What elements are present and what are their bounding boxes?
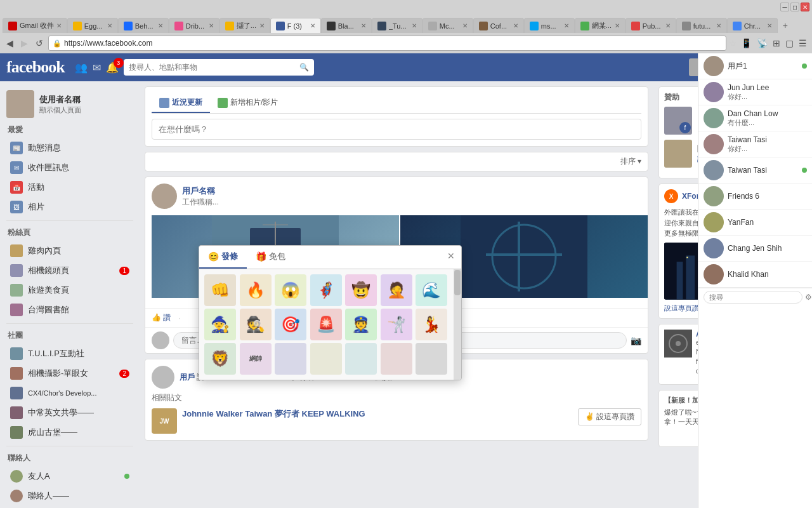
sidebar-item-page4[interactable]: 台灣圖書館 bbox=[3, 300, 137, 319]
jw-like-button[interactable]: ✌ 設這專頁讚 bbox=[578, 408, 641, 425]
tab-mc[interactable]: Mc... ✕ bbox=[422, 18, 473, 33]
tab-pub[interactable]: Pub... ✕ bbox=[625, 18, 676, 33]
sidebar-item-photos[interactable]: 🖼 相片 bbox=[3, 197, 137, 217]
sticker-12[interactable]: 👮 bbox=[345, 309, 377, 340]
sticker-8[interactable]: 🧙 bbox=[204, 309, 236, 340]
sticker-20[interactable] bbox=[381, 343, 412, 375]
chat-item-1[interactable]: 用戶1 bbox=[698, 53, 812, 79]
sidebar-item-page2[interactable]: 相機鏡頭頁 1 bbox=[3, 261, 137, 280]
cast-icon[interactable]: 📡 bbox=[756, 37, 769, 50]
sidebar-item-group5[interactable]: 虎山古堡—— bbox=[3, 423, 137, 442]
notifications-icon[interactable]: 🔔 3 bbox=[106, 62, 119, 74]
sticker-1[interactable]: 👊 bbox=[204, 274, 236, 306]
post-username-1[interactable]: 用戶名稱 bbox=[182, 185, 219, 197]
sticker-2[interactable]: 🔥 bbox=[240, 274, 272, 306]
tab-future[interactable]: futu... ✕ bbox=[676, 18, 727, 33]
tab-close-gmail[interactable]: ✕ bbox=[56, 22, 62, 29]
chat-item-6[interactable]: Friends 6 bbox=[698, 184, 812, 210]
minimize-button[interactable]: ─ bbox=[780, 3, 789, 11]
sticker-21[interactable] bbox=[416, 343, 447, 375]
sidebar-item-group4[interactable]: 中常英文共學—— bbox=[3, 403, 137, 422]
sticker-16[interactable]: 網帥 bbox=[240, 343, 272, 375]
tab-tumblr[interactable]: _Tu... ✕ bbox=[372, 18, 422, 33]
sticker-19[interactable] bbox=[345, 343, 377, 375]
window-icon[interactable]: ▢ bbox=[784, 37, 795, 50]
sticker-scrollbar[interactable] bbox=[454, 269, 461, 380]
messages-icon[interactable]: ✉ bbox=[93, 62, 101, 74]
jw-page-image[interactable]: JW bbox=[152, 408, 177, 434]
like-button-post1[interactable]: 👍 讚 bbox=[152, 312, 171, 323]
forward-button[interactable]: ▶ bbox=[18, 37, 30, 50]
camera-icon-comment[interactable]: 📷 bbox=[631, 335, 641, 345]
chat-item-4[interactable]: Taiwan Tasi 你好... bbox=[698, 131, 812, 157]
sidebar-item-messages[interactable]: ✉ 收件匣訊息 bbox=[3, 158, 137, 177]
chat-item-3[interactable]: Dan Chan Low 有什麼... bbox=[698, 105, 812, 131]
tab-close-chrome[interactable]: ✕ bbox=[767, 22, 772, 29]
sidebar-item-page3[interactable]: 旅遊美食頁 bbox=[3, 281, 137, 300]
tab-behance[interactable]: Beh... ✕ bbox=[118, 18, 169, 33]
sticker-4[interactable]: 🦸 bbox=[310, 274, 342, 306]
sticker-tab-1[interactable]: 😊 發條 bbox=[199, 246, 247, 269]
sticker-6[interactable]: 🤦 bbox=[381, 274, 412, 306]
tab-close-coffee[interactable]: ✕ bbox=[513, 22, 518, 29]
facebook-logo[interactable]: facebook bbox=[6, 58, 65, 77]
tab-close-behance[interactable]: ✕ bbox=[158, 22, 163, 29]
search-input[interactable] bbox=[129, 63, 299, 72]
friends-icon[interactable]: 👥 bbox=[75, 62, 88, 74]
chat-item-2[interactable]: Jun Jun Lee 你好... bbox=[698, 79, 812, 105]
sticker-17[interactable] bbox=[275, 343, 306, 375]
sidebar-item-group2[interactable]: 相機攝影-單眼女 2 bbox=[3, 364, 137, 383]
jw-page-name[interactable]: Johnnie Walker Taiwan 夢行者 KEEP WALKING bbox=[182, 408, 573, 420]
sidebar-item-group1[interactable]: T.U.L.I.P互動社 bbox=[3, 344, 137, 363]
sticker-11[interactable]: 🚨 bbox=[310, 309, 342, 340]
sticker-13[interactable]: 🤺 bbox=[381, 309, 412, 340]
address-bar[interactable]: 🔒 https://www.facebook.com bbox=[48, 36, 726, 51]
sort-button[interactable]: 排序 ▾ bbox=[620, 157, 641, 166]
sidebar-item-friend1[interactable]: 友人A bbox=[3, 467, 137, 486]
tab-close-pub[interactable]: ✕ bbox=[665, 22, 671, 29]
sticker-5[interactable]: 🤠 bbox=[345, 274, 377, 306]
tab-close-future[interactable]: ✕ bbox=[716, 22, 721, 29]
chat-item-8[interactable]: Chang Jen Shih bbox=[698, 236, 812, 262]
sticker-7[interactable]: 🌊 bbox=[416, 274, 447, 306]
chat-item-7[interactable]: YanFan bbox=[698, 210, 812, 236]
tab-chrome[interactable]: Chr... ✕ bbox=[727, 18, 778, 33]
tab-close-egghead[interactable]: ✕ bbox=[107, 22, 112, 29]
sidebar-item-events[interactable]: 📅 活動 bbox=[3, 178, 137, 197]
sticker-tab-2[interactable]: 🎁 免包 bbox=[247, 246, 294, 269]
new-tab-button[interactable]: + bbox=[778, 18, 793, 33]
tab-coffee[interactable]: Cof... ✕ bbox=[473, 18, 524, 33]
sidebar-item-news-feed[interactable]: 📰 動態消息 bbox=[3, 138, 137, 157]
tab-close-black[interactable]: ✕ bbox=[361, 22, 366, 29]
sticker-15[interactable]: 🦁 bbox=[204, 343, 236, 375]
tab-close-dribbble[interactable]: ✕ bbox=[209, 22, 214, 29]
tab-black[interactable]: Bla... ✕ bbox=[321, 18, 372, 33]
jw-username[interactable]: 用戶 bbox=[180, 373, 195, 382]
tab-status-update[interactable]: 近況更新 bbox=[152, 93, 210, 113]
sticker-10[interactable]: 🎯 bbox=[275, 309, 306, 340]
bookmark-star-icon[interactable]: ☆ bbox=[729, 38, 737, 48]
tab-close-tumblr[interactable]: ✕ bbox=[412, 22, 417, 29]
search-box[interactable]: 🔍 bbox=[124, 59, 314, 76]
sidebar-user[interactable]: 使用者名稱 顯示個人頁面 bbox=[0, 86, 140, 122]
tab-dribbble[interactable]: Drib... ✕ bbox=[169, 18, 219, 33]
maximize-button[interactable]: □ bbox=[790, 3, 799, 11]
chat-search-input[interactable] bbox=[704, 291, 802, 304]
chat-settings-icon[interactable]: ⚙ bbox=[805, 293, 812, 302]
tab-net[interactable]: 網某... ✕ bbox=[575, 18, 625, 33]
sticker-18[interactable] bbox=[310, 343, 342, 375]
tab-capture[interactable]: 擷了... ✕ bbox=[219, 18, 270, 33]
sticker-9[interactable]: 🕵 bbox=[240, 309, 272, 340]
tab-add-photo[interactable]: 新增相片/影片 bbox=[210, 93, 285, 113]
sidebar-item-friend2[interactable]: 聯絡人—— bbox=[3, 486, 137, 505]
sidebar-item-group3[interactable]: CX4/Chor's Develop... bbox=[3, 384, 137, 403]
sticker-3[interactable]: 😱 bbox=[275, 274, 306, 306]
chat-item-5[interactable]: Taiwan Tasi bbox=[698, 157, 812, 184]
post-input[interactable] bbox=[152, 119, 641, 140]
close-button[interactable]: ✕ bbox=[801, 3, 809, 11]
sticker-close-button[interactable]: ✕ bbox=[441, 246, 461, 269]
mobile-icon[interactable]: 📱 bbox=[740, 37, 753, 50]
tab-close-mc[interactable]: ✕ bbox=[462, 22, 468, 29]
sidebar-item-page1[interactable]: 雞肉內頁 bbox=[3, 241, 137, 260]
chat-item-9[interactable]: Khalid Khan bbox=[698, 262, 812, 288]
